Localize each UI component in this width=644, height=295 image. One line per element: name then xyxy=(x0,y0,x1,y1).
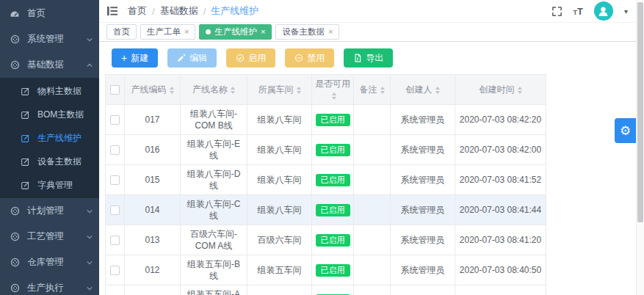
plus-icon: + xyxy=(121,53,127,63)
scrollbar-thumb[interactable] xyxy=(637,2,643,222)
avatar[interactable] xyxy=(594,1,613,21)
gear-icon: ⚙ xyxy=(620,125,631,137)
cell-created-time: 2020-07-03 08:40:50 xyxy=(455,255,546,285)
breadcrumb-item-home[interactable]: 首页 xyxy=(128,4,147,18)
column-header[interactable]: 所属车间 xyxy=(247,75,312,105)
status-badge: 已启用 xyxy=(316,174,350,186)
column-header[interactable]: 创建时间 xyxy=(455,75,546,105)
sort-icon xyxy=(518,87,522,94)
sort-icon xyxy=(380,87,385,94)
cell-remark xyxy=(354,285,391,295)
sidebar-toggle-icon[interactable] xyxy=(106,6,118,16)
vertical-scrollbar[interactable] xyxy=(636,0,644,295)
export-button[interactable]: 导出 xyxy=(344,48,393,68)
sidebar-item-bom[interactable]: BOM主数据 xyxy=(0,103,99,126)
row-checkbox[interactable] xyxy=(110,236,120,245)
table-row[interactable]: 012 组装五车间-B线 组装五车间 已启用 系统管理员 2020-07-03 … xyxy=(106,255,546,285)
component-icon xyxy=(10,258,20,267)
table-row[interactable]: 013 百级六车间-COM A线 百级六车间 已启用 系统管理员 2020-07… xyxy=(106,225,546,255)
sidebar-item-home[interactable]: 首页 xyxy=(0,1,99,26)
cell-workshop: 百级六车间 xyxy=(247,225,312,255)
cell-line-code: 016 xyxy=(125,135,181,165)
breadcrumb-separator: / xyxy=(152,6,155,17)
tab-device-master[interactable]: 设备主数据 × xyxy=(275,24,339,40)
select-all-checkbox[interactable] xyxy=(110,85,120,95)
cell-workshop: 组装五车间 xyxy=(247,255,312,285)
cell-workshop: 组装五车间 xyxy=(247,285,312,295)
close-icon[interactable]: × xyxy=(184,28,189,36)
navbar-actions: TT ▾ xyxy=(551,1,628,21)
column-header[interactable]: 产线名称 xyxy=(181,75,247,105)
disable-button[interactable]: 禁用 xyxy=(285,48,334,68)
sidebar-item-production-line[interactable]: 生产线维护 xyxy=(0,126,99,150)
breadcrumb-item-base-data[interactable]: 基础数据 xyxy=(160,4,198,18)
column-header[interactable]: 备注 xyxy=(354,75,391,105)
table-row[interactable]: 014 组装八车间-C线 组装八车间 已启用 系统管理员 2020-07-03 … xyxy=(106,195,546,225)
tab-label: 首页 xyxy=(113,26,130,37)
breadcrumb: 首页 / 基础数据 / 生产线维护 xyxy=(128,4,258,18)
cell-line-code: 017 xyxy=(125,105,181,135)
status-badge: 已启用 xyxy=(316,264,350,277)
cell-line-code: 014 xyxy=(125,195,181,225)
cell-creator: 系统管理员 xyxy=(391,285,455,295)
table-row[interactable]: 017 组装八车间-COM B线 组装八车间 已启用 系统管理员 2020-07… xyxy=(106,105,546,135)
row-checkbox[interactable] xyxy=(110,205,120,215)
cell-creator: 系统管理员 xyxy=(391,195,455,225)
tab-home[interactable]: 首页 xyxy=(106,24,137,40)
row-checkbox[interactable] xyxy=(110,145,120,155)
close-icon[interactable]: × xyxy=(328,28,333,36)
column-header[interactable]: 产线编码 xyxy=(125,75,181,105)
tab-production-line[interactable]: 生产线维护 × xyxy=(199,24,272,40)
sidebar-item-label: 系统管理 xyxy=(27,33,64,45)
sidebar-item-plan[interactable]: 计划管理 xyxy=(0,198,99,224)
pencil-icon xyxy=(177,54,186,62)
table-row[interactable]: 015 组装八车间-D线 组装八车间 已启用 系统管理员 2020-07-03 … xyxy=(106,165,546,195)
sidebar-item-base-data[interactable]: 基础数据 xyxy=(0,52,99,78)
table-row[interactable]: 011 组装五车间-A线 组装五车间 已启用 系统管理员 2020-07-03 … xyxy=(106,285,546,295)
close-icon[interactable]: × xyxy=(261,28,265,36)
tab-production-order[interactable]: 生产工单 × xyxy=(140,24,195,40)
cell-created-time: 2020-07-03 08:41:52 xyxy=(455,165,546,195)
column-header[interactable]: 是否可用 xyxy=(312,75,354,105)
column-header[interactable]: 创建人 xyxy=(391,75,455,105)
status-badge: 已启用 xyxy=(316,144,350,156)
cell-workshop: 组装八车间 xyxy=(247,165,312,195)
font-size-icon[interactable]: TT xyxy=(574,7,583,16)
sidebar-item-device[interactable]: 设备主数据 xyxy=(0,150,99,173)
sidebar-item-label: 仓库管理 xyxy=(27,256,64,269)
circle-check-icon xyxy=(236,54,245,62)
edit-form-icon xyxy=(20,110,30,120)
new-button[interactable]: + 新建 xyxy=(112,48,158,68)
table-row[interactable]: 016 组装八车间-E线 组装八车间 已启用 系统管理员 2020-07-03 … xyxy=(106,135,546,165)
sidebar-item-system[interactable]: 系统管理 xyxy=(0,26,99,52)
cell-line-code: 012 xyxy=(125,255,181,285)
sidebar-item-label: BOM主数据 xyxy=(37,109,84,121)
cell-remark xyxy=(354,225,391,255)
edit-button[interactable]: 编辑 xyxy=(167,48,217,68)
row-checkbox[interactable] xyxy=(110,115,120,125)
settings-fab[interactable]: ⚙ xyxy=(615,118,636,143)
disable-button-label: 禁用 xyxy=(307,52,325,65)
sort-icon xyxy=(170,87,174,94)
sidebar-item-material[interactable]: 物料主数据 xyxy=(0,79,99,103)
component-icon xyxy=(10,34,20,44)
tab-label: 生产线维护 xyxy=(214,26,257,37)
cell-workshop: 组装八车间 xyxy=(247,105,312,135)
caret-down-icon[interactable]: ▾ xyxy=(624,7,628,15)
sidebar-item-warehouse[interactable]: 仓库管理 xyxy=(0,250,99,275)
sidebar-item-process[interactable]: 工艺管理 xyxy=(0,224,99,250)
breadcrumb-item-current: 生产线维护 xyxy=(211,4,258,18)
row-checkbox[interactable] xyxy=(110,266,120,275)
cell-created-time: 2020-07-03 08:40:36 xyxy=(455,285,546,295)
chevron-down-icon xyxy=(86,36,93,43)
fullscreen-icon[interactable] xyxy=(551,6,562,17)
chevron-up-icon xyxy=(86,62,93,69)
sidebar-item-dictionary[interactable]: 字典管理 xyxy=(0,173,99,197)
chevron-down-icon xyxy=(86,208,93,215)
select-all-header[interactable] xyxy=(106,75,125,105)
row-checkbox[interactable] xyxy=(110,175,120,185)
enable-button[interactable]: 启用 xyxy=(226,48,275,68)
sidebar-item-execution[interactable]: 生产执行 xyxy=(0,275,99,295)
cell-line-code: 013 xyxy=(125,225,181,255)
cell-remark xyxy=(354,195,391,225)
